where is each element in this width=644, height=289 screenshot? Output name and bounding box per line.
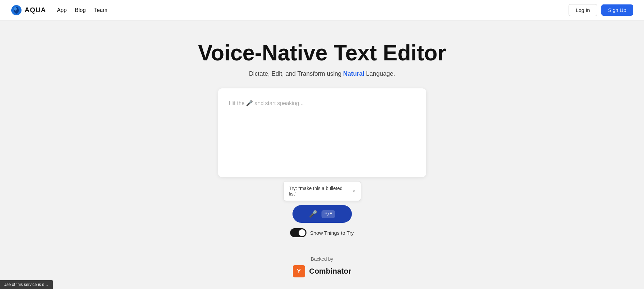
show-things-toggle[interactable] — [290, 228, 306, 237]
subtitle-after: Language. — [364, 70, 395, 77]
backed-label: Backed by — [311, 256, 333, 262]
try-tooltip: Try: "make this a bulleted list" × — [283, 181, 361, 201]
svg-point-2 — [14, 7, 17, 11]
tooltip-text: Try: "make this a bulleted list" — [289, 186, 350, 197]
hero-title: Voice-Native Text Editor — [198, 41, 446, 65]
nav-link-app[interactable]: App — [57, 7, 67, 13]
toggle-label: Show Things to Try — [310, 230, 354, 236]
slash-command-badge: "/" — [321, 210, 335, 218]
toggle-knob — [299, 229, 305, 236]
navbar-actions: Log In Sign Up — [569, 4, 633, 16]
aqua-logo-icon — [11, 5, 22, 16]
subtitle-highlight: Natural — [343, 70, 364, 77]
editor-bottom-wrap: 🎤 "/" — [292, 201, 352, 223]
microphone-icon: 🎤 — [309, 210, 317, 218]
editor-container[interactable]: Hit the 🎤 and start speaking... — [218, 88, 426, 177]
logo[interactable]: AQUA — [11, 5, 46, 16]
yc-name: Combinator — [309, 267, 351, 276]
navbar: AQUA App Blog Team Log In Sign Up — [0, 0, 644, 20]
yc-row: Y Combinator — [293, 265, 351, 277]
backed-by-section: Backed by Y Combinator — [293, 256, 351, 277]
login-button[interactable]: Log In — [569, 4, 597, 16]
hero-subtitle: Dictate, Edit, and Transform using Natur… — [249, 70, 395, 77]
toggle-row: Show Things to Try — [290, 228, 354, 237]
yc-logo: Y — [293, 265, 305, 277]
subtitle-before: Dictate, Edit, and Transform using — [249, 70, 343, 77]
yc-letter: Y — [297, 268, 301, 275]
navbar-links: App Blog Team — [57, 7, 569, 13]
toast-text: Use of this service is subject to... — [3, 282, 53, 287]
signup-button[interactable]: Sign Up — [601, 4, 633, 16]
nav-link-team[interactable]: Team — [94, 7, 107, 13]
bottom-toast: Use of this service is subject to... — [0, 280, 53, 289]
main-content: Voice-Native Text Editor Dictate, Edit, … — [0, 20, 644, 277]
tooltip-close-icon[interactable]: × — [352, 188, 355, 194]
logo-text: AQUA — [25, 6, 46, 14]
mic-bar[interactable]: 🎤 "/" — [292, 205, 352, 223]
nav-link-blog[interactable]: Blog — [75, 7, 86, 13]
editor-placeholder: Hit the 🎤 and start speaking... — [229, 99, 415, 107]
